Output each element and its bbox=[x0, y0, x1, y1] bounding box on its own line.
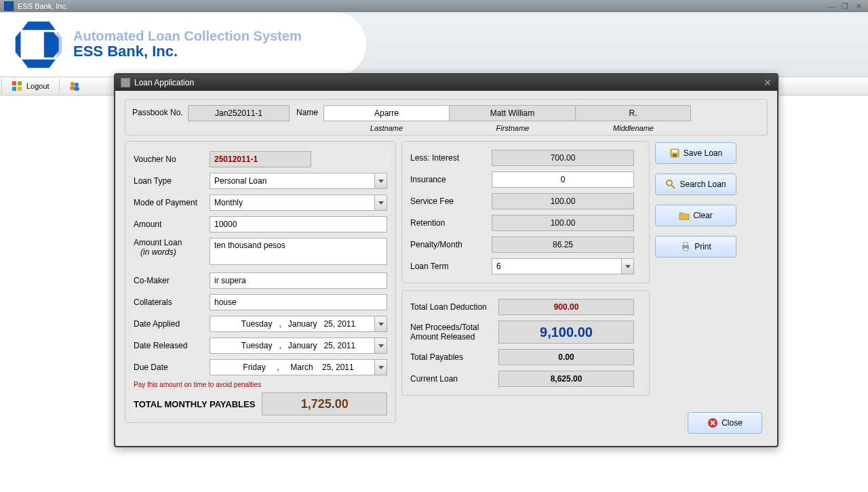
penalty-value: 86.25 bbox=[492, 237, 634, 253]
header-panel: Passbook No. Jan252011-1 Name Aparre Mat… bbox=[125, 99, 768, 136]
svg-rect-14 bbox=[672, 150, 677, 152]
svg-rect-19 bbox=[684, 243, 688, 245]
comaker-label: Co-Maker bbox=[134, 276, 210, 285]
chevron-down-icon[interactable] bbox=[374, 316, 387, 331]
loan-application-dialog: Loan Application ✕ Passbook No. Jan25201… bbox=[114, 73, 778, 447]
total-monthly-label: TOTAL MONTHLY PAYABLES bbox=[134, 399, 255, 409]
mode-select[interactable] bbox=[210, 194, 387, 211]
logout-button[interactable]: Logout bbox=[3, 77, 58, 95]
dialog-close-x[interactable]: ✕ bbox=[764, 77, 772, 88]
voucher-value: 25012011-1 bbox=[210, 151, 311, 167]
total-payables-label: Total Payables bbox=[410, 352, 498, 362]
date-released-label: Date Released bbox=[134, 341, 210, 350]
loan-details-panel: Voucher No 25012011-1 Loan Type Mode of … bbox=[125, 141, 396, 423]
svg-marker-3 bbox=[16, 30, 21, 58]
interest-value: 700.00 bbox=[492, 150, 634, 166]
clear-button[interactable]: Clear bbox=[655, 205, 736, 226]
chevron-down-icon[interactable] bbox=[374, 360, 387, 375]
mode-label: Mode of Payment bbox=[134, 198, 210, 207]
service-fee-label: Service Fee bbox=[410, 197, 492, 206]
lastname-sublabel: Lastname bbox=[323, 124, 450, 132]
svg-point-16 bbox=[667, 180, 672, 186]
amount-input[interactable] bbox=[210, 216, 387, 232]
date-released-picker[interactable] bbox=[210, 337, 387, 354]
collaterals-label: Collaterals bbox=[134, 298, 210, 307]
chevron-down-icon[interactable] bbox=[374, 173, 387, 188]
windows-flag-icon bbox=[12, 81, 22, 91]
print-button[interactable]: Print bbox=[655, 236, 736, 258]
svg-marker-2 bbox=[22, 59, 56, 67]
app-icon bbox=[4, 1, 14, 11]
insurance-input[interactable]: 0 bbox=[492, 171, 634, 188]
totals-panel: Total Loan Deduction900.00 Net Proceeds/… bbox=[401, 290, 650, 396]
loan-term-label: Loan Term bbox=[410, 262, 492, 271]
toolbar-item-2[interactable] bbox=[61, 77, 87, 95]
dialog-titlebar[interactable]: Loan Application ✕ bbox=[115, 75, 777, 91]
loan-term-select[interactable] bbox=[492, 258, 634, 274]
total-monthly-value: 1,725.00 bbox=[262, 392, 387, 415]
mode-value[interactable] bbox=[210, 194, 387, 211]
loan-type-select[interactable] bbox=[210, 173, 387, 189]
lastname-field[interactable]: Aparre bbox=[323, 105, 450, 121]
firstname-field[interactable]: Matt William bbox=[450, 105, 576, 121]
due-date-label: Due Date bbox=[134, 363, 210, 372]
bank-logo-icon bbox=[12, 18, 65, 71]
date-released-value[interactable] bbox=[210, 337, 387, 354]
middlename-field[interactable]: R. bbox=[576, 105, 691, 121]
date-applied-value[interactable] bbox=[210, 316, 387, 332]
amount-words-input[interactable]: ten thousand pesos bbox=[210, 238, 387, 265]
collaterals-input[interactable] bbox=[210, 294, 387, 310]
insurance-label: Insurance bbox=[410, 175, 492, 184]
deductions-panel: Less: Interest700.00 Insurance0 Service … bbox=[401, 141, 650, 283]
due-date-value[interactable] bbox=[210, 359, 387, 375]
dialog-title: Loan Application bbox=[134, 78, 194, 87]
firstname-sublabel: Firstname bbox=[450, 124, 576, 132]
penalty-warning: Pay this amount on time to avoid penalti… bbox=[134, 381, 387, 388]
middlename-sublabel: Middlename bbox=[576, 124, 691, 132]
svg-rect-20 bbox=[684, 248, 688, 251]
save-icon bbox=[669, 148, 680, 159]
print-icon bbox=[680, 241, 691, 252]
total-payables-value: 0.00 bbox=[498, 349, 634, 365]
app-title: ESS Bank, Inc. bbox=[18, 2, 68, 10]
window-close-button[interactable]: ✕ bbox=[853, 1, 864, 11]
retention-label: Retention bbox=[410, 218, 492, 228]
loan-type-label: Loan Type bbox=[134, 176, 210, 186]
chevron-down-icon[interactable] bbox=[621, 259, 633, 274]
search-icon bbox=[665, 179, 676, 190]
due-date-picker[interactable] bbox=[210, 359, 387, 375]
logout-label: Logout bbox=[26, 82, 50, 90]
svg-point-9 bbox=[71, 82, 75, 86]
banner-subtitle: Automated Loan Collection System bbox=[73, 28, 302, 44]
save-loan-button[interactable]: Save Loan bbox=[655, 142, 736, 164]
comaker-input[interactable] bbox=[210, 272, 387, 289]
svg-rect-15 bbox=[673, 154, 677, 157]
maximize-button[interactable]: ❐ bbox=[840, 1, 850, 11]
chevron-down-icon[interactable] bbox=[374, 195, 387, 210]
svg-rect-6 bbox=[18, 81, 22, 85]
close-button[interactable]: Close bbox=[688, 412, 762, 434]
service-fee-value: 100.00 bbox=[492, 193, 634, 209]
action-button-column: Save Loan Search Loan Clear Print bbox=[655, 141, 736, 423]
banner: Automated Loan Collection System ESS Ban… bbox=[0, 12, 868, 77]
penalty-label: Penalty/Month bbox=[410, 240, 492, 249]
svg-line-17 bbox=[671, 185, 675, 188]
passbook-value: Jan252011-1 bbox=[188, 105, 290, 121]
svg-marker-4 bbox=[44, 32, 59, 57]
dialog-icon bbox=[121, 78, 130, 87]
loan-type-value[interactable] bbox=[210, 173, 387, 189]
date-applied-label: Date Applied bbox=[134, 319, 210, 329]
date-applied-picker[interactable] bbox=[210, 316, 387, 332]
minimize-button[interactable]: — bbox=[826, 1, 837, 11]
folder-icon bbox=[679, 210, 690, 221]
loan-term-value[interactable] bbox=[492, 258, 634, 274]
passbook-label: Passbook No. bbox=[132, 105, 188, 117]
name-label: Name bbox=[290, 105, 323, 117]
net-proceeds-label: Net Proceeds/TotalAmount Released bbox=[410, 323, 498, 342]
chevron-down-icon[interactable] bbox=[374, 338, 387, 353]
app-titlebar: ESS Bank, Inc. — ❐ ✕ bbox=[0, 0, 868, 12]
amount-label: Amount bbox=[134, 220, 210, 229]
search-loan-button[interactable]: Search Loan bbox=[655, 173, 736, 195]
interest-label: Less: Interest bbox=[410, 153, 492, 163]
deduction-value: 900.00 bbox=[498, 299, 634, 315]
